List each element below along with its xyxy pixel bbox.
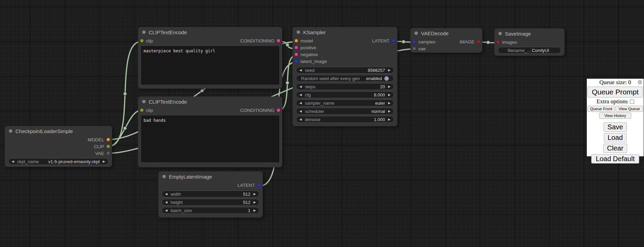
input-label: positive xyxy=(300,45,316,50)
queue-prompt-button[interactable]: Queue Prompt xyxy=(587,87,643,98)
port-clip-output[interactable] xyxy=(107,145,110,148)
left-arrow-icon[interactable]: ◀ xyxy=(296,83,305,90)
widget-cfg[interactable]: ◀ cfg 8.000 ▶ xyxy=(296,91,394,98)
left-arrow-icon[interactable]: ◀ xyxy=(296,116,305,122)
right-arrow-icon[interactable]: ▶ xyxy=(385,116,394,122)
widget-width[interactable]: ◀ width 512 ▶ xyxy=(162,191,259,197)
right-arrow-icon[interactable]: ▶ xyxy=(250,199,259,205)
widget-height[interactable]: ◀ height 512 ▶ xyxy=(162,199,259,206)
port-latent-image-input[interactable] xyxy=(295,60,298,63)
view-queue-button[interactable]: View Queue xyxy=(616,106,643,112)
node-title-bar[interactable]: VAEDecode xyxy=(410,28,482,38)
widget-seed[interactable]: ◀ seed 8566257 ▶ xyxy=(296,67,394,74)
collapse-dot-icon[interactable] xyxy=(142,100,146,103)
extra-options-checkbox[interactable] xyxy=(630,100,634,104)
port-latent-output[interactable] xyxy=(257,183,261,187)
port-conditioning-output[interactable] xyxy=(277,39,280,42)
load-default-button[interactable]: Load Default xyxy=(591,154,639,164)
widget-denoise[interactable]: ◀ denoise 1.000 ▶ xyxy=(296,116,394,123)
clear-button[interactable]: Clear xyxy=(603,144,627,153)
node-title-bar[interactable]: EmptyLatentImage xyxy=(158,171,263,182)
node-ksampler[interactable]: KSampler model LATENT positive negative … xyxy=(293,27,397,126)
port-model-output[interactable] xyxy=(107,138,110,141)
collapse-dot-icon[interactable] xyxy=(414,31,418,35)
extra-options-label: Extra options xyxy=(596,98,628,105)
node-empty-latent-image[interactable]: EmptyLatentImage LATENT ◀ width 512 ▶ ◀ … xyxy=(158,171,263,218)
widget-value: 8566257 xyxy=(368,68,385,73)
node-save-image[interactable]: SaveImage images filename_prefix ComfyUI xyxy=(494,28,565,56)
widget-filename-prefix[interactable]: filename_prefix ComfyUI xyxy=(498,47,561,54)
node-title-bar[interactable]: CLIPTextEncode xyxy=(138,96,282,107)
widget-ckpt-name[interactable]: ◀ ckpt_name v1-5-pruned-emaonly.ckpt ▶ xyxy=(8,158,109,165)
port-clip-input[interactable] xyxy=(140,108,144,112)
collapse-dot-icon[interactable] xyxy=(297,30,300,34)
port-vae-input[interactable] xyxy=(412,47,416,50)
widget-label: ckpt_name xyxy=(17,159,39,164)
toggle-knob-icon[interactable] xyxy=(384,76,389,81)
collapse-dot-icon[interactable] xyxy=(498,32,502,35)
node-graph-canvas[interactable]: CheckpointLoaderSimple MODEL CLIP VAE ◀ … xyxy=(0,0,644,247)
right-arrow-icon[interactable]: ▶ xyxy=(100,158,108,165)
port-model-input[interactable] xyxy=(295,39,298,42)
right-arrow-icon[interactable]: ▶ xyxy=(385,100,394,106)
port-images-input[interactable] xyxy=(496,40,500,44)
node-vae-decode[interactable]: VAEDecode samples IMAGE vae xyxy=(410,28,482,53)
widget-batch-size[interactable]: ◀ batch_size 1 ▶ xyxy=(162,207,259,214)
left-arrow-icon[interactable]: ◀ xyxy=(296,100,305,106)
port-clip-input[interactable] xyxy=(140,39,144,42)
port-negative-input[interactable] xyxy=(295,53,298,56)
widget-sampler-name[interactable]: ◀ sampler_name euler ▶ xyxy=(296,100,394,106)
left-arrow-icon[interactable]: ◀ xyxy=(162,207,171,213)
left-arrow-icon[interactable]: ◀ xyxy=(296,92,305,98)
node-title-bar[interactable]: CheckpointLoaderSimple xyxy=(5,126,112,136)
port-vae-output[interactable] xyxy=(107,152,110,155)
node-title: CLIPTextEncode xyxy=(149,29,187,35)
right-arrow-icon[interactable]: ▶ xyxy=(250,191,259,197)
right-arrow-icon[interactable]: ▶ xyxy=(385,83,394,90)
widget-label: sampler_name xyxy=(305,101,334,106)
output-label: VAE xyxy=(95,151,104,156)
collapse-dot-icon[interactable] xyxy=(162,175,166,178)
queue-size-label: Queue size: 0 xyxy=(599,79,631,86)
prompt-textarea[interactable]: masterpiece best quality girl xyxy=(141,46,279,84)
node-checkpoint-loader-simple[interactable]: CheckpointLoaderSimple MODEL CLIP VAE ◀ … xyxy=(5,126,112,167)
save-button[interactable]: Save xyxy=(604,122,627,132)
port-image-output[interactable] xyxy=(477,40,480,43)
node-title-bar[interactable]: CLIPTextEncode xyxy=(138,27,282,37)
widget-random-seed-toggle[interactable]: Random seed after every gen enabled xyxy=(296,75,394,82)
left-arrow-icon[interactable]: ◀ xyxy=(9,158,17,165)
port-samples-input[interactable] xyxy=(412,40,416,43)
port-positive-input[interactable] xyxy=(295,46,298,49)
collapse-dot-icon[interactable] xyxy=(142,30,146,34)
view-history-button[interactable]: View History xyxy=(599,113,631,119)
left-arrow-icon[interactable]: ◀ xyxy=(296,108,305,114)
link-midpoint-dot xyxy=(286,81,289,84)
right-arrow-icon[interactable]: ▶ xyxy=(250,207,259,213)
node-clip-text-encode-negative[interactable]: CLIPTextEncode clip CONDITIONING bad han… xyxy=(138,96,282,167)
prompt-textarea[interactable]: bad hands xyxy=(141,116,279,162)
collapse-dot-icon[interactable] xyxy=(9,129,12,133)
input-label: vae xyxy=(418,46,426,51)
widget-steps[interactable]: ◀ steps 20 ▶ xyxy=(296,83,394,90)
node-clip-text-encode-positive[interactable]: CLIPTextEncode clip CONDITIONING masterp… xyxy=(138,27,282,89)
widget-label: filename_prefix xyxy=(508,48,532,53)
widget-scheduler[interactable]: ◀ scheduler normal ▶ xyxy=(296,108,394,115)
widget-label: seed xyxy=(305,68,314,73)
port-latent-output[interactable] xyxy=(392,39,395,42)
load-button[interactable]: Load xyxy=(604,133,627,142)
link-midpoint-dot xyxy=(286,43,289,47)
node-title-bar[interactable]: SaveImage xyxy=(494,28,565,39)
widget-label: batch_size xyxy=(171,208,192,213)
right-arrow-icon[interactable]: ▶ xyxy=(385,108,394,114)
node-title-bar[interactable]: KSampler xyxy=(293,27,397,37)
settings-gear-icon[interactable]: ⚙ xyxy=(637,79,642,86)
port-conditioning-output[interactable] xyxy=(277,108,280,112)
left-arrow-icon[interactable]: ◀ xyxy=(162,199,171,205)
right-arrow-icon[interactable]: ▶ xyxy=(385,67,394,73)
slot-row: clip CONDITIONING xyxy=(138,107,282,114)
queue-front-button[interactable]: Queue Front xyxy=(587,106,615,112)
input-label: clip xyxy=(146,108,153,113)
left-arrow-icon[interactable]: ◀ xyxy=(162,191,171,197)
right-arrow-icon[interactable]: ▶ xyxy=(385,92,394,98)
left-arrow-icon[interactable]: ◀ xyxy=(296,67,305,73)
